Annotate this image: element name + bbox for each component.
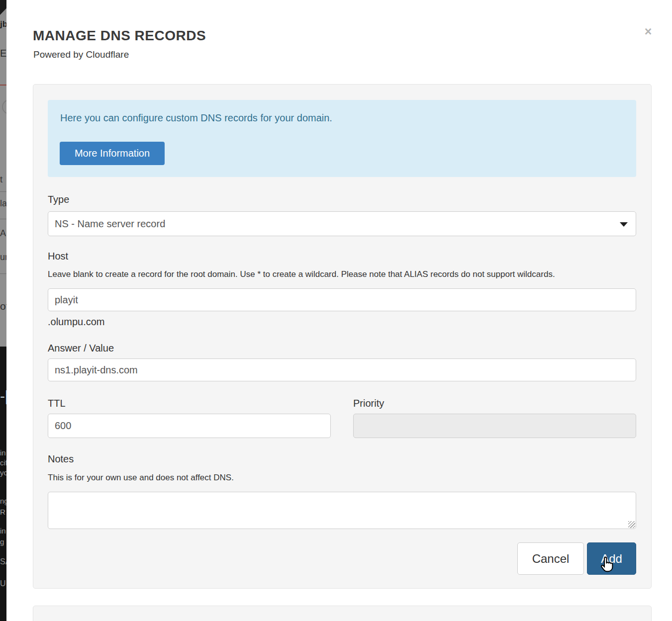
screen: jbEVtlaAMunof-[incifyongRingSAU MANAGE D… — [0, 0, 672, 621]
backdrop-fragment: in — [0, 527, 6, 534]
host-label: Host — [48, 251, 68, 262]
info-message: Here you can configure custom DNS record… — [60, 112, 332, 124]
modal-title: MANAGE DNS RECORDS — [33, 28, 206, 44]
notes-label: Notes — [48, 453, 74, 465]
backdrop-fragment: g — [0, 538, 4, 545]
backdrop-logo — [0, 0, 6, 15]
add-button[interactable]: Add — [587, 542, 636, 575]
backdrop-circle-icon — [2, 99, 6, 114]
domain-suffix: .olumpu.com — [48, 316, 105, 328]
backdrop-fragment: jb — [0, 20, 6, 28]
backdrop-fragment: la — [0, 199, 6, 208]
backdrop-fragment: SA — [0, 558, 6, 566]
chevron-down-icon — [620, 222, 628, 227]
type-label: Type — [48, 194, 69, 205]
dns-form-panel: Here you can configure custom DNS record… — [33, 84, 652, 589]
backdrop-fragment: U — [0, 580, 6, 588]
cancel-button[interactable]: Cancel — [517, 542, 584, 575]
backdrop-fragment: of — [0, 301, 6, 311]
priority-label: Priority — [353, 398, 384, 409]
priority-input — [353, 414, 636, 438]
backdrop-fragment: un — [0, 253, 6, 262]
backdrop-separator — [0, 219, 6, 219]
answer-input[interactable] — [48, 358, 636, 381]
backdrop-separator — [0, 273, 6, 274]
info-callout: Here you can configure custom DNS record… — [48, 100, 636, 177]
next-section-panel — [33, 606, 652, 621]
backdrop-fragment: AM — [0, 229, 6, 238]
backdrop-fragment: in — [0, 449, 6, 456]
notes-textarea[interactable] — [48, 492, 636, 529]
manage-dns-modal: MANAGE DNS RECORDS Powered by Cloudflare… — [6, 0, 672, 621]
backdrop-fragment: yo — [0, 469, 6, 476]
backdrop-fragment: ng — [0, 497, 6, 505]
backdrop-separator — [0, 191, 6, 192]
answer-label: Answer / Value — [48, 343, 114, 354]
backdrop-divider-red — [0, 85, 6, 86]
modal-subtitle: Powered by Cloudflare — [33, 49, 129, 60]
backdrop-strip: jbEVtlaAMunof-[incifyongRingSAU — [0, 0, 6, 621]
more-information-button[interactable]: More Information — [60, 142, 165, 165]
backdrop-fragment: EV — [0, 48, 6, 58]
type-select-value: NS - Name server record — [55, 218, 165, 229]
notes-help-text: This is for your own use and does not af… — [48, 473, 234, 483]
host-input[interactable] — [48, 288, 636, 311]
ttl-input[interactable] — [48, 414, 331, 438]
ttl-label: TTL — [48, 398, 66, 409]
backdrop-fragment: cif — [0, 459, 6, 466]
close-icon[interactable]: × — [641, 24, 656, 39]
type-select[interactable]: NS - Name server record — [48, 211, 636, 236]
resize-grip-icon[interactable] — [628, 521, 635, 528]
backdrop-fragment: -[ — [0, 389, 6, 404]
host-help-text: Leave blank to create a record for the r… — [48, 269, 555, 279]
backdrop-fragment: R — [0, 508, 5, 516]
backdrop-fragment: t — [0, 175, 2, 184]
